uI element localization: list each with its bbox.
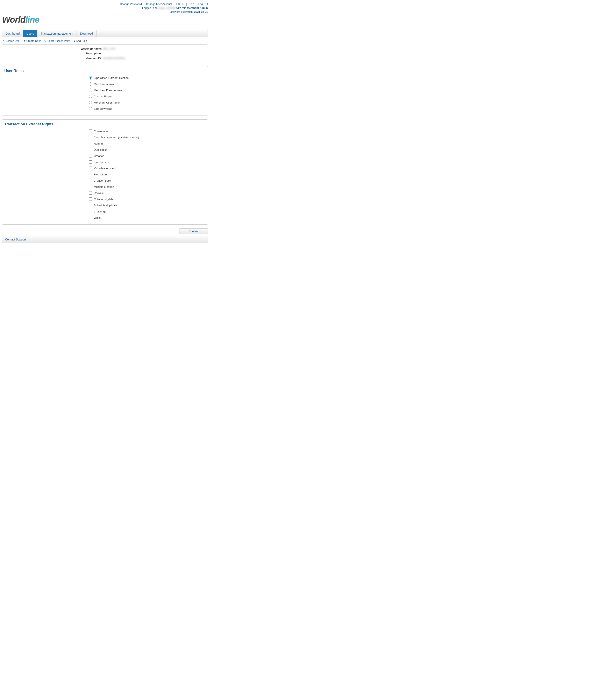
transaction-rights-title: Transaction Extranet Rights (4, 122, 206, 126)
separator: | (196, 2, 196, 5)
right-option: Wallet (89, 215, 206, 221)
role-radio[interactable] (89, 107, 92, 110)
right-label[interactable]: Multiple creation (94, 185, 114, 189)
breadcrumb-create-user[interactable]: Create User (26, 39, 41, 43)
logged-in-user: Super_ADMIN (158, 6, 176, 9)
role-label[interactable]: Merchant Fraud Admin (94, 89, 122, 92)
right-checkbox[interactable] (89, 204, 92, 207)
footer-bar: Contact Support (2, 236, 208, 243)
chevron-right-icon: ❯ (44, 40, 46, 42)
description-label: Description: (2, 52, 103, 55)
change-account-link[interactable]: Change User Account (146, 2, 172, 5)
user-roles-title: User Roles (4, 69, 206, 73)
help-link[interactable]: Help (188, 2, 194, 5)
logged-in-prefix: Logged in as (142, 6, 158, 9)
breadcrumb: ❯Search User ❯Create User ❯Select Access… (2, 37, 208, 45)
tab-dashboard[interactable]: Dashboard (2, 30, 23, 37)
right-checkbox[interactable] (89, 160, 92, 164)
merchant-id-label: Merchant ID: (2, 57, 103, 60)
role-radio[interactable] (89, 95, 92, 98)
info-panel: Webshop Name: SBT_CVR Description: Merch… (2, 45, 208, 62)
right-checkbox[interactable] (89, 148, 92, 151)
right-checkbox[interactable] (89, 185, 92, 189)
right-label[interactable]: Recycle (94, 192, 104, 195)
role-radio[interactable] (89, 101, 92, 104)
role-radio[interactable] (89, 82, 92, 86)
contact-support-link[interactable]: Contact Support (5, 238, 26, 241)
tab-download[interactable]: Download (77, 30, 96, 37)
change-password-link[interactable]: Change Password (120, 2, 142, 5)
lang-en-link[interactable]: EN (176, 2, 180, 5)
pwd-exp-date: 2021-02-21 (194, 10, 208, 14)
right-option: Creation (89, 153, 206, 159)
right-label[interactable]: Wallet (94, 216, 101, 219)
description-value (103, 52, 208, 55)
right-option: Find token (89, 171, 206, 177)
separator: | (186, 2, 187, 5)
chevron-right-icon: ❯ (3, 40, 5, 42)
right-checkbox[interactable] (89, 173, 92, 176)
right-checkbox[interactable] (89, 191, 92, 195)
breadcrumb-add-role: Add Role (76, 39, 87, 43)
right-label[interactable]: Visualization card (94, 167, 116, 170)
separator: | (143, 2, 144, 5)
right-option: Consultation (89, 128, 206, 134)
right-option: Challenge (89, 208, 206, 215)
right-checkbox[interactable] (89, 129, 92, 133)
logout-link[interactable]: Log Out (199, 2, 208, 5)
webshop-name-label: Webshop Name: (2, 47, 103, 50)
role-option: Merchant Fraud Admin (89, 87, 206, 93)
right-label[interactable]: Création d_debit (94, 198, 114, 201)
role-radio[interactable] (89, 89, 92, 92)
role-label[interactable]: Merchant Admin (94, 82, 114, 86)
logged-in-role: Merchant Admin (187, 6, 208, 9)
role-option: Merchant Admin (89, 81, 206, 87)
right-option: Duplication (89, 147, 206, 153)
confirm-button[interactable]: Confirm (179, 228, 208, 234)
right-checkbox[interactable] (89, 216, 92, 219)
right-label[interactable]: Challenge (94, 210, 106, 213)
right-label[interactable]: Schedule duplicate (94, 204, 117, 207)
right-option: Schedule duplicate (89, 202, 206, 208)
tab-users[interactable]: Users (23, 30, 38, 37)
tab-transaction-management[interactable]: Transaction management (37, 30, 77, 37)
breadcrumb-search-user[interactable]: Search User (5, 39, 20, 43)
right-label[interactable]: Find token (94, 173, 107, 176)
right-label[interactable]: Refund (94, 142, 103, 145)
role-label[interactable]: Merchant User Admin (94, 101, 121, 104)
right-checkbox[interactable] (89, 179, 92, 182)
right-option: Find by card (89, 159, 206, 165)
right-checkbox[interactable] (89, 167, 92, 170)
role-radio[interactable] (89, 76, 92, 79)
merchant-id-value: 201000243200001 (103, 57, 208, 60)
right-checkbox[interactable] (89, 154, 92, 157)
right-option: Création d_debit (89, 196, 206, 202)
right-checkbox[interactable] (89, 210, 92, 213)
transaction-rights-panel: Transaction Extranet Rights Consultation… (2, 119, 208, 225)
webshop-name-value: SBT_CVR (103, 47, 208, 50)
right-label[interactable]: Duplication (94, 148, 108, 151)
role-option: Sips Download (89, 106, 206, 112)
right-label[interactable]: Creation (94, 154, 104, 157)
right-checkbox[interactable] (89, 142, 92, 145)
role-option: Merchant User Admin (89, 99, 206, 106)
role-label[interactable]: Custom Pages (94, 95, 112, 98)
role-option: Custom Pages (89, 93, 206, 99)
right-label[interactable]: Cash Management (validate, cancel) (94, 136, 139, 139)
right-label[interactable]: Consultation (94, 130, 109, 133)
right-label[interactable]: Find by card (94, 160, 109, 164)
right-option: Refund (89, 141, 206, 147)
user-roles-panel: User Roles Sips Office Extranet GestionM… (2, 66, 208, 116)
right-checkbox[interactable] (89, 136, 92, 139)
chevron-right-icon: ❯ (24, 40, 26, 42)
role-label[interactable]: Sips Download (94, 107, 112, 110)
right-option: Creation debit (89, 177, 206, 184)
role-option: Sips Office Extranet Gestion (89, 75, 206, 81)
right-checkbox[interactable] (89, 197, 92, 201)
right-label[interactable]: Creation debit (94, 179, 111, 182)
right-option: Recycle (89, 190, 206, 196)
lang-fr-link[interactable]: FR (181, 2, 184, 5)
role-label[interactable]: Sips Office Extranet Gestion (94, 76, 129, 79)
logged-in-mid: with role (176, 6, 187, 9)
breadcrumb-select-access-point[interactable]: Select Access Point (47, 39, 70, 43)
